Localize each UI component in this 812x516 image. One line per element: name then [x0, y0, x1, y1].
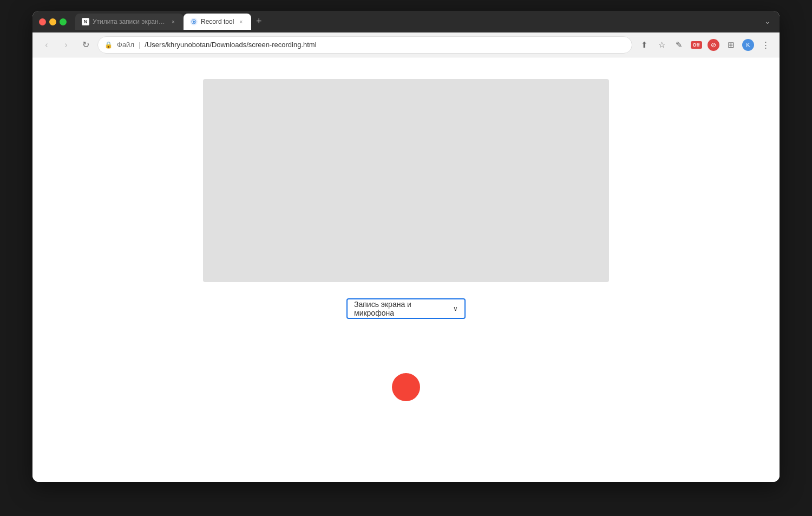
address-path: /Users/khryunobotan/Downloads/screen-rec… — [145, 41, 316, 49]
tab-bar: N Утилита записи экрана или в × Record t… — [75, 14, 773, 30]
back-button[interactable]: ‹ — [39, 37, 54, 53]
video-preview — [203, 79, 609, 282]
more-button[interactable]: ⋮ — [758, 37, 773, 53]
pen-button[interactable]: ✎ — [671, 37, 686, 53]
close-button[interactable] — [39, 18, 46, 25]
lock-icon: 🔒 — [104, 41, 113, 49]
tab-notion[interactable]: N Утилита записи экрана или в × — [75, 14, 184, 30]
tab-record-close[interactable]: × — [237, 18, 245, 25]
minimize-button[interactable] — [49, 18, 56, 25]
block-button[interactable]: ⊘ — [706, 37, 721, 53]
expand-tabs-button[interactable]: ⌄ — [762, 15, 773, 28]
extensions-button[interactable]: ⊞ — [723, 37, 738, 53]
ext-off-button[interactable]: Off — [689, 37, 704, 53]
tab-record[interactable]: Record tool × — [184, 14, 251, 30]
recording-type-select[interactable]: Запись экрана и микрофона ∨ — [346, 298, 466, 319]
nav-actions: ⬆ ☆ ✎ Off ⊘ ⊞ K ⋮ — [637, 37, 773, 53]
block-icon: ⊘ — [708, 39, 719, 51]
ext-off-icon: Off — [691, 41, 702, 49]
page-content: Запись экрана и микрофона ∨ — [32, 57, 780, 482]
reload-button[interactable]: ↻ — [78, 37, 93, 53]
traffic-lights — [39, 18, 67, 25]
recording-type-label: Запись экрана и микрофона — [354, 300, 453, 317]
chevron-down-icon: ∨ — [453, 305, 458, 312]
tab-notion-close[interactable]: × — [169, 18, 177, 25]
forward-button[interactable]: › — [58, 37, 74, 53]
record-favicon — [190, 18, 198, 25]
browser-window: N Утилита записи экрана или в × Record t… — [32, 11, 780, 482]
avatar-button[interactable]: K — [741, 37, 756, 53]
new-tab-button[interactable]: + — [251, 14, 266, 29]
address-label: Файл — [117, 41, 134, 49]
notion-favicon: N — [82, 18, 89, 25]
address-bar[interactable]: 🔒 Файл | /Users/khryunobotan/Downloads/s… — [97, 36, 632, 54]
nav-bar: ‹ › ↻ 🔒 Файл | /Users/khryunobotan/Downl… — [32, 32, 780, 57]
maximize-button[interactable] — [60, 18, 67, 25]
tab-bar-end: ⌄ — [266, 15, 773, 30]
title-bar: N Утилита записи экрана или в × Record t… — [32, 11, 780, 32]
share-button[interactable]: ⬆ — [637, 37, 652, 53]
record-button[interactable] — [392, 373, 420, 401]
tab-record-label: Record tool — [201, 18, 234, 25]
tab-notion-label: Утилита записи экрана или в — [93, 18, 166, 25]
bookmark-button[interactable]: ☆ — [654, 37, 669, 53]
svg-point-1 — [193, 21, 195, 23]
address-separator: | — [139, 41, 140, 49]
user-avatar: K — [742, 39, 754, 51]
